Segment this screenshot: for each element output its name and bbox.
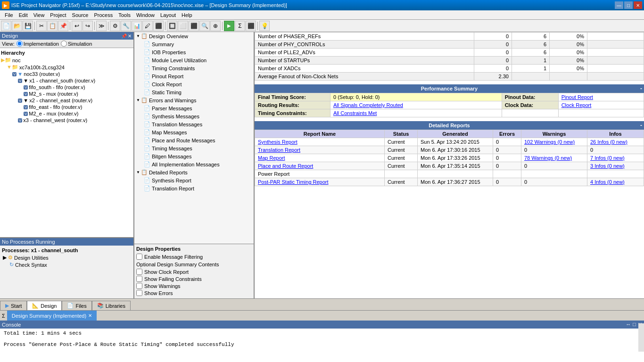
show-warnings-check[interactable] (136, 283, 142, 289)
trans-report-item[interactable]: 📄 Translation Report (134, 184, 254, 192)
close-button[interactable]: ✕ (634, 1, 642, 9)
tb-extra8[interactable]: ⬛ (189, 21, 199, 31)
console-expand-icon[interactable]: ↔ (626, 321, 631, 328)
detailed-group[interactable]: ▼ 📋 Detailed Reports (134, 168, 254, 176)
tb-extra7[interactable]: ⬜ (178, 21, 188, 31)
warnings-2[interactable]: 78 Warnings (0 new) (521, 154, 587, 162)
menu-edit[interactable]: Edit (16, 12, 31, 18)
enable-filtering-check[interactable] (136, 254, 142, 260)
menu-view[interactable]: View (31, 12, 48, 18)
redo-btn[interactable]: ↪ (83, 21, 93, 31)
close-panel-icon[interactable]: ✕ (128, 33, 132, 39)
clock-report-link[interactable]: Clock Report (558, 101, 644, 109)
report-name-5[interactable]: Post-PAR Static Timing Report (255, 178, 385, 186)
summary-item[interactable]: 📄 Summary (134, 40, 254, 48)
save-btn[interactable]: 💾 (23, 21, 33, 31)
show-warnings-item[interactable]: Show Warnings (136, 282, 252, 289)
show-errors-item[interactable]: Show Errors (136, 289, 252, 296)
infos-5[interactable]: 4 Infos (0 new) (587, 178, 644, 186)
timing-msg-item[interactable]: 📄 Timing Messages (134, 144, 254, 152)
tb-extra6[interactable]: 🔲 (167, 21, 177, 31)
menu-process[interactable]: Process (91, 12, 116, 18)
bitgen-msg-item[interactable]: 📄 Bitgen Messages (134, 152, 254, 160)
tree-item-fifo-east[interactable]: V fifo_east - fifo (router.v) (1, 104, 132, 110)
sim-radio[interactable] (61, 41, 67, 47)
pinout-item[interactable]: 📄 Pinout Report (134, 72, 254, 80)
impl-radio-label[interactable]: Implementation (17, 41, 59, 47)
tab-design[interactable]: 📐 Design (27, 301, 62, 310)
tab-start[interactable]: ▶ Start (0, 301, 27, 310)
menu-window[interactable]: Window (133, 12, 157, 18)
enable-filtering-item[interactable]: Enable Message Filtering (136, 253, 252, 260)
synthesis-msg-item[interactable]: 📄 Synthesis Messages (134, 112, 254, 120)
tb-zoom[interactable]: 🔍 (199, 21, 210, 31)
tree-item-x2[interactable]: V ▼ x2 - channel_east (router.v) (1, 97, 132, 104)
report-name-1[interactable]: Translation Report (255, 146, 385, 154)
par-msg-item[interactable]: 📄 Place and Route Messages (134, 136, 254, 144)
tree-item-m2e[interactable]: V M2_e - mux (router.v) (1, 110, 132, 117)
detailed-collapse-btn[interactable]: - (640, 122, 642, 129)
clock-item[interactable]: 📄 Clock Report (134, 80, 254, 88)
report-name-3[interactable]: Place and Route Report (255, 162, 385, 170)
process-check-syntax[interactable]: ↻ Check Syntax (2, 261, 132, 268)
tab-libraries[interactable]: 📚 Libraries (92, 301, 131, 310)
new-btn[interactable]: 📄 (1, 21, 11, 31)
synth-report-item[interactable]: 📄 Synthesis Report (134, 176, 254, 184)
timing-constraints-value[interactable]: All Constraints Met (330, 109, 502, 117)
show-clock-check[interactable] (136, 269, 142, 275)
copy-btn[interactable]: 📋 (47, 21, 58, 31)
summary-tab-close[interactable]: ✕ (88, 313, 92, 318)
tree-item-fifo-south[interactable]: V fifo_south - fifo (router.v) (1, 84, 132, 90)
show-clock-item[interactable]: Show Clock Report (136, 268, 252, 275)
undo-btn[interactable]: ↩ (72, 21, 82, 31)
report-name-2[interactable]: Map Report (255, 154, 385, 162)
impl-radio[interactable] (17, 41, 23, 47)
tb-extra5[interactable]: ⬛ (153, 21, 164, 31)
tb-extra1[interactable]: ⚙ (110, 21, 120, 31)
static-timing-item[interactable]: 📄 Static Timing (134, 88, 254, 96)
menu-tools[interactable]: Tools (116, 12, 133, 18)
module-item[interactable]: 📄 Module Level Utilization (134, 56, 254, 64)
sim-radio-label[interactable]: Simulation (61, 41, 92, 47)
menu-help[interactable]: Help (179, 12, 195, 18)
all-impl-item[interactable]: 📄 All Implementation Messages (134, 160, 254, 168)
tree-item-x3[interactable]: V x3 - channel_west (router.v) (1, 117, 132, 123)
tb-extra4[interactable]: 🖊 (142, 21, 153, 31)
menu-project[interactable]: Project (47, 12, 69, 18)
menu-file[interactable]: File (2, 12, 16, 18)
stop-btn[interactable]: ⬛ (246, 21, 256, 31)
tree-item-noc[interactable]: ▶📁 noc (1, 57, 132, 64)
routing-value[interactable]: All Signals Completely Routed (330, 101, 502, 109)
show-errors-check[interactable] (136, 290, 142, 296)
report-name-0[interactable]: Synthesis Report (255, 138, 385, 146)
cut-btn[interactable]: ✂ (36, 21, 47, 31)
iob-item[interactable]: 📄 IOB Properties (134, 48, 254, 56)
pin-icon[interactable]: 📌 (121, 33, 127, 39)
tree-item-device[interactable]: ▼📁 xc7a100t-2Lcsg324 (1, 64, 132, 71)
timing-item[interactable]: 📄 Timing Constraints (134, 64, 254, 72)
pinout-report-link[interactable]: Pinout Report (558, 93, 644, 101)
process-design-utilities[interactable]: ▶ ⚙ Design Utilities (2, 254, 132, 261)
map-msg-item[interactable]: 📄 Map Messages (134, 128, 254, 136)
tab-files[interactable]: 📄 Files (62, 301, 91, 310)
infos-3[interactable]: 3 Infos (0 new) (587, 162, 644, 170)
design-summary-tab[interactable]: Design Summary (Implemented) ✕ (7, 311, 97, 321)
menu-source[interactable]: Source (69, 12, 91, 18)
translation-msg-item[interactable]: 📄 Translation Messages (134, 120, 254, 128)
tb-extra2[interactable]: 🔧 (121, 21, 131, 31)
tb-extra9[interactable]: ⊕ (210, 21, 221, 31)
console-scrollbar[interactable] (638, 329, 644, 352)
perf-collapse-btn[interactable]: - (640, 85, 642, 92)
step-btn[interactable]: Σ (235, 21, 245, 31)
console-max-icon[interactable]: □ (633, 321, 636, 328)
infos-0[interactable]: 26 Infos (0 new) (587, 138, 644, 146)
expand-btn[interactable]: ≫ (96, 21, 107, 31)
warnings-0[interactable]: 102 Warnings (0 new) (521, 138, 587, 146)
run-btn[interactable]: ▶ (224, 21, 234, 31)
minimize-button[interactable]: — (615, 1, 623, 9)
tb-extra3[interactable]: 📊 (132, 21, 142, 31)
show-failing-check[interactable] (136, 276, 142, 282)
menu-layout[interactable]: Layout (157, 12, 179, 18)
tree-item-m2s[interactable]: V M2_s - mux (router.v) (1, 90, 132, 97)
maximize-button[interactable]: □ (624, 1, 633, 9)
